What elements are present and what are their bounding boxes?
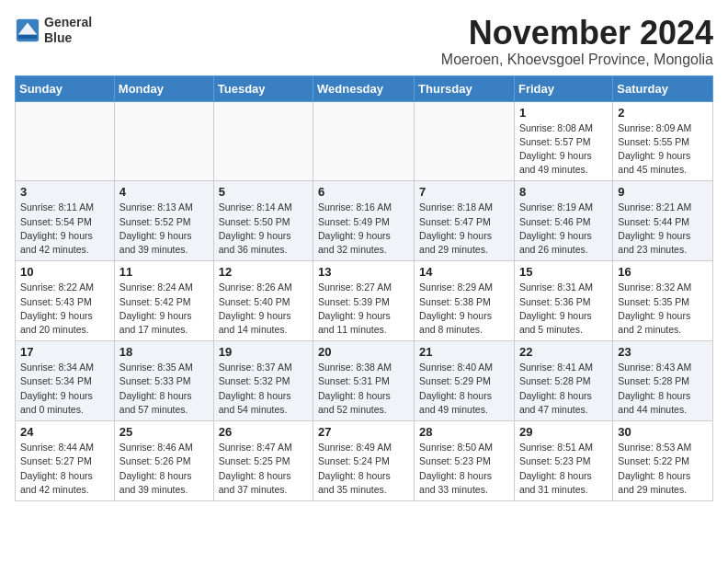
day-number: 13 — [318, 265, 409, 279]
calendar-cell — [313, 101, 415, 181]
day-number: 8 — [519, 185, 608, 199]
calendar-cell: 25Sunrise: 8:46 AM Sunset: 5:26 PM Dayli… — [114, 421, 213, 501]
weekday-header-wednesday: Wednesday — [313, 75, 415, 101]
weekday-header-tuesday: Tuesday — [213, 75, 313, 101]
weekday-header-saturday: Saturday — [613, 75, 713, 101]
day-number: 14 — [419, 265, 509, 279]
calendar-week-4: 24Sunrise: 8:44 AM Sunset: 5:27 PM Dayli… — [16, 421, 713, 501]
day-info: Sunrise: 8:51 AM Sunset: 5:23 PM Dayligh… — [519, 441, 608, 497]
calendar-cell: 18Sunrise: 8:35 AM Sunset: 5:33 PM Dayli… — [114, 341, 213, 421]
svg-rect-2 — [18, 34, 38, 39]
calendar-cell: 15Sunrise: 8:31 AM Sunset: 5:36 PM Dayli… — [514, 261, 612, 341]
calendar-cell: 22Sunrise: 8:41 AM Sunset: 5:28 PM Dayli… — [514, 341, 612, 421]
calendar-cell: 30Sunrise: 8:53 AM Sunset: 5:22 PM Dayli… — [613, 421, 713, 501]
calendar-cell: 19Sunrise: 8:37 AM Sunset: 5:32 PM Dayli… — [213, 341, 313, 421]
calendar-cell: 4Sunrise: 8:13 AM Sunset: 5:52 PM Daylig… — [114, 181, 213, 261]
calendar-cell: 20Sunrise: 8:38 AM Sunset: 5:31 PM Dayli… — [313, 341, 415, 421]
calendar-cell: 6Sunrise: 8:16 AM Sunset: 5:49 PM Daylig… — [313, 181, 415, 261]
day-info: Sunrise: 8:29 AM Sunset: 5:38 PM Dayligh… — [419, 281, 509, 337]
day-number: 2 — [618, 106, 708, 120]
day-number: 16 — [618, 265, 708, 279]
day-number: 29 — [519, 425, 608, 439]
calendar-cell: 9Sunrise: 8:21 AM Sunset: 5:44 PM Daylig… — [613, 181, 713, 261]
calendar-cell: 10Sunrise: 8:22 AM Sunset: 5:43 PM Dayli… — [16, 261, 115, 341]
day-info: Sunrise: 8:08 AM Sunset: 5:57 PM Dayligh… — [519, 121, 608, 178]
day-info: Sunrise: 8:37 AM Sunset: 5:32 PM Dayligh… — [219, 361, 308, 417]
day-info: Sunrise: 8:46 AM Sunset: 5:26 PM Dayligh… — [119, 441, 209, 497]
calendar-cell: 2Sunrise: 8:09 AM Sunset: 5:55 PM Daylig… — [613, 101, 713, 181]
day-info: Sunrise: 8:22 AM Sunset: 5:43 PM Dayligh… — [20, 281, 109, 337]
day-number: 27 — [318, 425, 409, 439]
day-info: Sunrise: 8:32 AM Sunset: 5:35 PM Dayligh… — [618, 281, 708, 337]
day-number: 26 — [219, 425, 308, 439]
day-info: Sunrise: 8:44 AM Sunset: 5:27 PM Dayligh… — [20, 441, 109, 497]
calendar-cell: 16Sunrise: 8:32 AM Sunset: 5:35 PM Dayli… — [613, 261, 713, 341]
calendar-cell: 3Sunrise: 8:11 AM Sunset: 5:54 PM Daylig… — [16, 181, 115, 261]
month-title: November 2024 — [441, 15, 713, 52]
day-number: 17 — [20, 345, 109, 359]
day-info: Sunrise: 8:50 AM Sunset: 5:23 PM Dayligh… — [419, 441, 509, 497]
day-info: Sunrise: 8:18 AM Sunset: 5:47 PM Dayligh… — [419, 201, 509, 257]
day-info: Sunrise: 8:24 AM Sunset: 5:42 PM Dayligh… — [119, 281, 209, 337]
calendar-cell: 21Sunrise: 8:40 AM Sunset: 5:29 PM Dayli… — [415, 341, 515, 421]
day-number: 4 — [119, 185, 209, 199]
day-number: 11 — [119, 265, 209, 279]
calendar-cell: 29Sunrise: 8:51 AM Sunset: 5:23 PM Dayli… — [514, 421, 612, 501]
day-number: 24 — [20, 425, 109, 439]
title-area: November 2024 Moeroen, Khoevsgoel Provin… — [441, 15, 713, 68]
day-number: 25 — [119, 425, 209, 439]
day-number: 7 — [419, 185, 509, 199]
calendar-cell — [415, 101, 515, 181]
logo: General Blue — [15, 15, 92, 46]
day-number: 22 — [519, 345, 608, 359]
day-number: 23 — [618, 345, 708, 359]
calendar-cell: 13Sunrise: 8:27 AM Sunset: 5:39 PM Dayli… — [313, 261, 415, 341]
weekday-header-friday: Friday — [514, 75, 612, 101]
calendar-cell: 24Sunrise: 8:44 AM Sunset: 5:27 PM Dayli… — [16, 421, 115, 501]
calendar-week-1: 3Sunrise: 8:11 AM Sunset: 5:54 PM Daylig… — [16, 181, 713, 261]
day-info: Sunrise: 8:47 AM Sunset: 5:25 PM Dayligh… — [219, 441, 308, 497]
day-info: Sunrise: 8:41 AM Sunset: 5:28 PM Dayligh… — [519, 361, 608, 417]
day-info: Sunrise: 8:13 AM Sunset: 5:52 PM Dayligh… — [119, 201, 209, 257]
day-number: 18 — [119, 345, 209, 359]
weekday-header-monday: Monday — [114, 75, 213, 101]
calendar-cell — [114, 101, 213, 181]
calendar-cell: 5Sunrise: 8:14 AM Sunset: 5:50 PM Daylig… — [213, 181, 313, 261]
day-info: Sunrise: 8:53 AM Sunset: 5:22 PM Dayligh… — [618, 441, 708, 497]
calendar-cell: 27Sunrise: 8:49 AM Sunset: 5:24 PM Dayli… — [313, 421, 415, 501]
weekday-header-thursday: Thursday — [415, 75, 515, 101]
day-number: 9 — [618, 185, 708, 199]
calendar-cell: 23Sunrise: 8:43 AM Sunset: 5:28 PM Dayli… — [613, 341, 713, 421]
day-info: Sunrise: 8:43 AM Sunset: 5:28 PM Dayligh… — [618, 361, 708, 417]
calendar-header-row: SundayMondayTuesdayWednesdayThursdayFrid… — [16, 75, 713, 101]
day-number: 21 — [419, 345, 509, 359]
calendar-cell: 7Sunrise: 8:18 AM Sunset: 5:47 PM Daylig… — [415, 181, 515, 261]
calendar-cell: 17Sunrise: 8:34 AM Sunset: 5:34 PM Dayli… — [16, 341, 115, 421]
logo-text: General Blue — [44, 15, 92, 46]
logo-icon — [15, 17, 40, 43]
day-info: Sunrise: 8:14 AM Sunset: 5:50 PM Dayligh… — [219, 201, 308, 257]
day-info: Sunrise: 8:16 AM Sunset: 5:49 PM Dayligh… — [318, 201, 409, 257]
day-number: 6 — [318, 185, 409, 199]
day-number: 12 — [219, 265, 308, 279]
calendar-cell: 12Sunrise: 8:26 AM Sunset: 5:40 PM Dayli… — [213, 261, 313, 341]
day-number: 20 — [318, 345, 409, 359]
calendar-week-2: 10Sunrise: 8:22 AM Sunset: 5:43 PM Dayli… — [16, 261, 713, 341]
calendar-cell: 1Sunrise: 8:08 AM Sunset: 5:57 PM Daylig… — [514, 101, 612, 181]
day-info: Sunrise: 8:26 AM Sunset: 5:40 PM Dayligh… — [219, 281, 308, 337]
day-info: Sunrise: 8:09 AM Sunset: 5:55 PM Dayligh… — [618, 121, 708, 178]
day-info: Sunrise: 8:19 AM Sunset: 5:46 PM Dayligh… — [519, 201, 608, 257]
day-number: 28 — [419, 425, 509, 439]
day-number: 3 — [20, 185, 109, 199]
day-number: 5 — [219, 185, 308, 199]
day-info: Sunrise: 8:11 AM Sunset: 5:54 PM Dayligh… — [20, 201, 109, 257]
day-info: Sunrise: 8:38 AM Sunset: 5:31 PM Dayligh… — [318, 361, 409, 417]
calendar-cell: 14Sunrise: 8:29 AM Sunset: 5:38 PM Dayli… — [415, 261, 515, 341]
calendar-cell: 8Sunrise: 8:19 AM Sunset: 5:46 PM Daylig… — [514, 181, 612, 261]
location-subtitle: Moeroen, Khoevsgoel Province, Mongolia — [441, 52, 713, 68]
calendar-cell — [16, 101, 115, 181]
calendar-week-0: 1Sunrise: 8:08 AM Sunset: 5:57 PM Daylig… — [16, 101, 713, 181]
day-info: Sunrise: 8:40 AM Sunset: 5:29 PM Dayligh… — [419, 361, 509, 417]
day-info: Sunrise: 8:49 AM Sunset: 5:24 PM Dayligh… — [318, 441, 409, 497]
page-header: General Blue November 2024 Moeroen, Khoe… — [15, 15, 713, 68]
